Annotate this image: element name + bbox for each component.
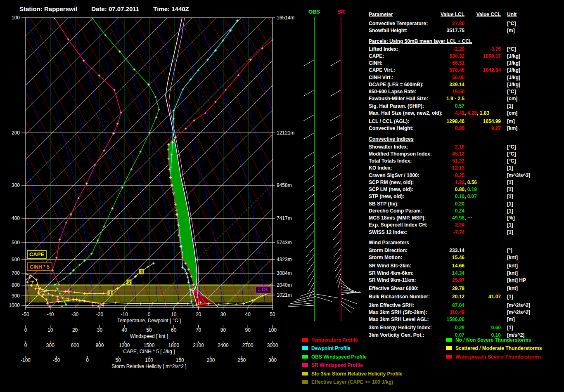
param-row: DCAPE (LFS = 600mB):339.14[J/kg] bbox=[369, 82, 564, 89]
param-label: CAPE: bbox=[369, 53, 384, 59]
axis-title: Temperature, Dewpoint [ °C ] bbox=[117, 318, 181, 324]
param-row: SCP RM (new, old):1.23, 0.56[1] bbox=[369, 179, 564, 187]
param-label: 850-600 Lapse Rate: bbox=[369, 89, 416, 94]
param-value-lcl: -7.74 bbox=[422, 229, 464, 235]
param-row: Storm Direction:233.14[°] bbox=[369, 248, 564, 255]
altitude-label: 16514m bbox=[277, 15, 294, 21]
param-unit: [1] bbox=[507, 165, 513, 171]
axis-tick-label: 80 bbox=[220, 327, 226, 333]
param-unit: [1] bbox=[507, 179, 513, 185]
sr-wind-barbs bbox=[330, 60, 361, 313]
param-label: Showalter Index: bbox=[369, 144, 408, 150]
param-row: LCL / CCL (AGL):1298.461654.99[m] bbox=[369, 118, 564, 125]
param-row: CAPE:538.321099.17[J/kg] bbox=[369, 53, 564, 60]
axis-tick-label: 250 bbox=[237, 357, 246, 363]
param-unit: [J/kg] bbox=[507, 67, 520, 73]
section-title: Convective Indices bbox=[369, 136, 564, 144]
axis-tick-label: 100 bbox=[268, 327, 277, 333]
axis-tick-label: 0 bbox=[24, 342, 27, 348]
param-row: 3km Energy Helicity Index:0.290.60[1] bbox=[369, 325, 564, 332]
skewt-diagram: 123CAPECINH * 5LCL1002003004005006007008… bbox=[0, 0, 367, 392]
param-value-lcl: 1586.00 bbox=[422, 316, 464, 322]
param-value-lcl: 66.51 bbox=[422, 60, 464, 66]
param-row: SR Wind Sfc-2km:14.66[knt] bbox=[369, 263, 564, 270]
param-unit: [J/kg] bbox=[507, 75, 520, 80]
param-row: 850-600 Lapse Rate:19.50[°C] bbox=[369, 89, 564, 96]
legend-item: Sfc-3km Storm Relative Helicity Profile bbox=[302, 371, 403, 379]
altitude-label: 9458m bbox=[277, 182, 292, 188]
axis-tick-label: 60 bbox=[171, 327, 177, 333]
param-value-lcl: 3517.75 bbox=[422, 28, 464, 33]
sr-column-label: SR bbox=[337, 9, 345, 15]
axis-tick-label: 2700 bbox=[242, 342, 254, 348]
axis-title: CAPE, CINH * 5 [ J/kg ] bbox=[123, 349, 175, 354]
param-unit: [°C] bbox=[507, 158, 516, 164]
legend-label: Temperature Profile bbox=[311, 337, 358, 343]
param-label: SB STP (fix): bbox=[369, 201, 398, 207]
axis-tick-label: 30 bbox=[220, 312, 226, 317]
param-unit: [1] bbox=[507, 222, 513, 228]
param-value-extra: , 0.56 bbox=[464, 179, 477, 185]
param-unit: [°C] bbox=[507, 46, 516, 52]
legend-label: Dewpoint Profile bbox=[311, 345, 351, 351]
altitude-label: 7417m bbox=[277, 215, 292, 221]
param-value-lcl: 110.49 bbox=[422, 309, 464, 315]
param-label: SWISS 12 Index: bbox=[369, 229, 408, 235]
param-value-extra: , --- bbox=[464, 215, 472, 221]
param-unit: [cm] bbox=[507, 110, 517, 116]
param-value-lcl: -2.18 bbox=[422, 144, 464, 150]
axis-tick-label: 30 bbox=[97, 327, 103, 333]
param-value-lcl: 538.32 bbox=[422, 53, 464, 59]
param-value: 1.23 bbox=[422, 179, 464, 185]
col-value-lcl: Value LCL bbox=[441, 12, 464, 17]
legend-item: Scattered / Moderate Thunderstorms bbox=[446, 345, 542, 354]
param-label: 3km Effective SRH: bbox=[369, 302, 414, 308]
param-label: SR Wind 9km-11km: bbox=[369, 277, 416, 283]
param-label: LCL / CCL (AGL): bbox=[369, 118, 409, 124]
param-unit: [1] bbox=[507, 103, 513, 109]
svg-text:3: 3 bbox=[140, 269, 143, 274]
axis-tick-label: 1500 bbox=[144, 342, 155, 348]
param-row: SR Wind 9km-11km:25.97[knt] HP bbox=[369, 277, 564, 284]
axis-tick-label: 150 bbox=[176, 357, 184, 363]
param-label: SR Wind 4km-6km: bbox=[369, 270, 414, 276]
param-row: Convective Temperature:27.80[°C] bbox=[369, 21, 564, 28]
pressure-tick-label: 300 bbox=[12, 182, 20, 188]
param-value: 49.98 bbox=[422, 215, 464, 221]
param-value-ccl: 1654.99 bbox=[467, 118, 501, 124]
table-header-row: Parameter Value LCL Value CCL Unit bbox=[369, 12, 564, 21]
axis-tick-label: 40 bbox=[245, 312, 251, 317]
altitude-label: 12121m bbox=[277, 130, 294, 136]
axis-tick-label: 200 bbox=[206, 357, 215, 363]
axis-tick-label: 50 bbox=[146, 327, 152, 333]
section-title: Parcels: Using 50mB mean layer LCL + CCL bbox=[369, 38, 564, 46]
param-label: Bulk Richardson Number: bbox=[369, 294, 430, 300]
param-label: Storm Direction: bbox=[369, 248, 408, 253]
param-value-lcl: 27.80 bbox=[422, 21, 464, 26]
param-value-ccl: 1042.64 bbox=[467, 67, 501, 73]
axis-tick-label: 40 bbox=[122, 327, 128, 333]
axis-tick-label: 10 bbox=[171, 312, 177, 317]
axis-tick-label: -50 bbox=[53, 357, 60, 363]
param-label: Convective Height: bbox=[369, 125, 414, 131]
param-label: CAPE Virt.: bbox=[369, 67, 395, 73]
svg-text:CINH * 5: CINH * 5 bbox=[30, 264, 50, 270]
legend-label: No / Non Severe Thunderstorms bbox=[455, 337, 531, 343]
axis-tick-label: 2400 bbox=[218, 342, 229, 348]
param-unit: [knt] bbox=[507, 270, 518, 276]
legend-item: No / Non Severe Thunderstorms bbox=[446, 337, 542, 345]
param-unit: [km] bbox=[507, 125, 517, 131]
param-row: CINH:66.51[J/kg] bbox=[369, 60, 564, 67]
legend-item: OBS Windspeed Profile bbox=[302, 354, 403, 362]
param-unit: [1] bbox=[507, 194, 513, 199]
axis-tick-label: -50 bbox=[22, 312, 29, 317]
param-value: 0.80 bbox=[422, 187, 464, 192]
axis-tick-label: 90 bbox=[245, 327, 251, 333]
param-label: Lifted Index: bbox=[369, 46, 398, 52]
param-unit: [°C] bbox=[507, 151, 516, 157]
param-label: MCS 18m/s (MMP, MSP): bbox=[369, 215, 426, 221]
axis-tick-label: 20 bbox=[196, 312, 201, 317]
altitude-label: 1021m bbox=[277, 292, 292, 298]
param-label: Sig. Hail Param. (SHIP): bbox=[369, 103, 424, 109]
axis-tick-label: 0 bbox=[24, 327, 27, 333]
